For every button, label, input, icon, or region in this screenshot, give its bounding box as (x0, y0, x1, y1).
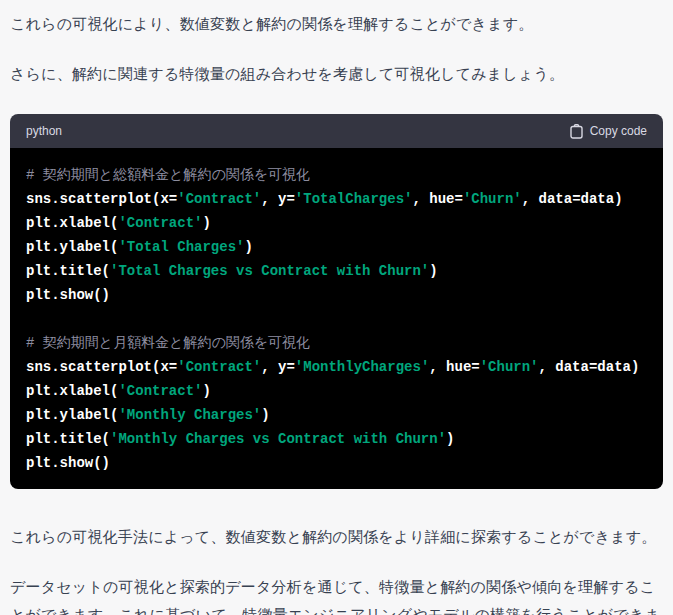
assistant-paragraph-outro-1: これらの可視化手法によって、数値変数と解約の関係をより詳細に探索することができま… (10, 523, 663, 551)
code-block: python Copy code # 契約期間と総額料金と解約の関係を可視化sn… (10, 114, 663, 489)
copy-code-button[interactable]: Copy code (570, 124, 647, 139)
code-line: # 契約期間と月額料金と解約の関係を可視化 (26, 331, 647, 355)
assistant-paragraph-intro-2: さらに、解約に関連する特徴量の組み合わせを考慮して可視化してみましょう。 (10, 60, 663, 88)
code-block-header: python Copy code (10, 114, 663, 148)
code-line: plt.show() (26, 451, 647, 475)
assistant-message: これらの可視化により、数値変数と解約の関係を理解することができます。 さらに、解… (0, 0, 673, 615)
assistant-paragraph-outro-2: データセットの可視化と探索的データ分析を通じて、特徴量と解約の関係や傾向を理解す… (10, 573, 663, 615)
code-content: # 契約期間と総額料金と解約の関係を可視化sns.scatterplot(x='… (10, 148, 663, 489)
code-line: plt.xlabel('Contract') (26, 379, 647, 403)
code-line: plt.ylabel('Monthly Charges') (26, 403, 647, 427)
code-line: plt.xlabel('Contract') (26, 211, 647, 235)
copy-code-label: Copy code (590, 124, 647, 138)
code-line: plt.title('Total Charges vs Contract wit… (26, 259, 647, 283)
code-line (26, 307, 647, 331)
code-line: plt.ylabel('Total Charges') (26, 235, 647, 259)
assistant-paragraph-intro-1: これらの可視化により、数値変数と解約の関係を理解することができます。 (10, 10, 663, 38)
code-line: plt.title('Monthly Charges vs Contract w… (26, 427, 647, 451)
clipboard-icon (570, 124, 583, 139)
code-line: sns.scatterplot(x='Contract', y='Monthly… (26, 355, 647, 379)
code-line: sns.scatterplot(x='Contract', y='TotalCh… (26, 187, 647, 211)
code-line: plt.show() (26, 283, 647, 307)
code-language-label: python (26, 124, 62, 138)
code-line: # 契約期間と総額料金と解約の関係を可視化 (26, 163, 647, 187)
